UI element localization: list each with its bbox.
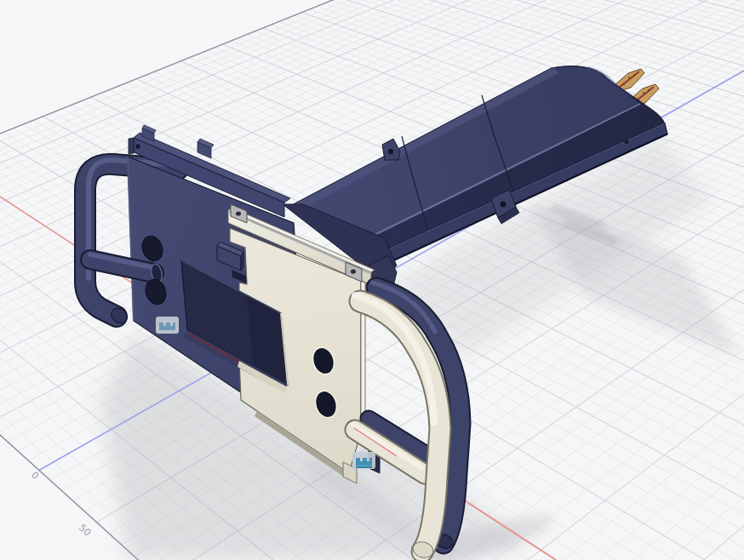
cad-viewport[interactable]: 0 50 bbox=[0, 0, 744, 560]
boom-lug-top bbox=[382, 139, 400, 160]
grid-label-50: 50 bbox=[77, 523, 93, 539]
joint-marker-right[interactable] bbox=[352, 452, 375, 469]
grid-label-0: 0 bbox=[29, 470, 41, 482]
joint-marker-left[interactable] bbox=[156, 317, 179, 334]
